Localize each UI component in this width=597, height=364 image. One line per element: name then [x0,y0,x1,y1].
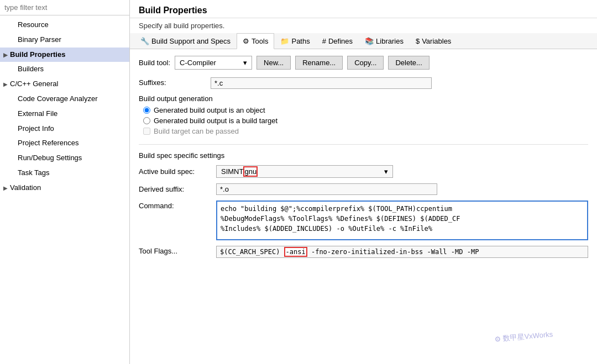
sidebar-item-binary-parser[interactable]: Binary Parser [0,33,129,48]
build-tool-value: C-Compiler [180,59,216,67]
spec-section-title: Build spec specific settings [139,151,588,160]
tab-libraries[interactable]: 📚Libraries [359,33,410,49]
sidebar-item-label: Builders [18,65,44,73]
sidebar-item-label: Validation [10,183,41,192]
btn-rename-[interactable]: Rename... [295,56,343,70]
active-build-spec-select[interactable]: SIMNTgnu ▾ [216,165,393,178]
sidebar-item-label: Code Coverage Analyzer [18,94,98,103]
derived-suffix-label: Derived suffix: [139,185,216,193]
sidebar-item-label: Project Info [18,124,54,133]
checkbox-target-passed[interactable] [143,128,150,135]
build-tool-label: Build tool: [139,59,170,67]
sidebar-item-c/c++-general[interactable]: ▶C/C++ General [0,77,129,92]
spec-section: Build spec specific settings Active buil… [139,144,588,258]
tab-label: Variables [422,37,451,45]
sidebar-item-builders[interactable]: Builders [0,62,129,77]
active-build-spec-label: Active build spec: [139,167,216,176]
tab-label: Libraries [376,37,404,45]
command-label: Command: [139,202,216,210]
sidebar-item-run/debug-settings[interactable]: Run/Debug Settings [0,151,129,166]
radio-row-target: Generated build output is a build target [143,117,588,125]
btn-delete-[interactable]: Delete... [388,56,429,70]
radio-object-label: Generated build output is an object [154,106,265,114]
suffixes-row: Suffixes: [139,77,588,89]
suffixes-input[interactable] [211,77,432,89]
command-row: Command: 🔒 [139,201,588,240]
build-output-title: Build output generation [139,94,588,103]
chevron-down-icon-spec: ▾ [384,167,388,176]
tool-flags-prefix: $(CC_ARCH_SPEC) [220,248,284,256]
tool-flags-value: $(CC_ARCH_SPEC) -ansi -fno-zero-initiali… [216,246,588,258]
derived-suffix-input[interactable] [216,183,437,195]
checkbox-row: Build target can be passed [143,127,588,135]
sidebar-item-project-info[interactable]: Project Info [0,122,129,136]
command-label-wrap: Command: 🔒 [139,201,216,210]
content-area: Build tool: C-Compiler ▾ New...Rename...… [130,49,597,364]
sidebar-item-label: Resource [18,20,49,29]
arrow-icon: ▶ [3,51,10,60]
sidebar-item-label: External File [18,109,57,118]
tab-label: Paths [291,37,310,45]
sidebar-item-label: Binary Parser [18,35,61,44]
tab-label: Tools [252,37,268,45]
tab-icon: 🔧 [140,37,149,45]
main-panel: Build Properties Specify all build prope… [130,0,597,364]
tab-tools[interactable]: ⚙Tools [237,33,274,49]
sidebar: ResourceBinary Parser▶Build PropertiesBu… [0,0,130,364]
tool-flags-label-wrap: Tool Flags... 🔒 [139,246,216,255]
tree: ResourceBinary Parser▶Build PropertiesBu… [0,15,129,364]
radio-target-label: Generated build output is a build target [154,117,277,125]
tab-defines[interactable]: #Defines [316,33,359,49]
btn-copy-[interactable]: Copy... [347,56,384,70]
sidebar-item-resource[interactable]: Resource [0,18,129,33]
derived-suffix-row: Derived suffix: [139,183,588,195]
build-tool-row: Build tool: C-Compiler ▾ New...Rename...… [139,56,588,70]
tab-variables[interactable]: $Variables [410,33,457,49]
tab-label: Defines [328,37,353,45]
build-tool-select[interactable]: C-Compiler ▾ [175,56,252,70]
chevron-down-icon: ▾ [243,59,247,67]
tool-flags-highlight: -ansi [284,247,307,257]
tab-icon: $ [416,37,420,45]
tab-icon: ⚙ [243,37,249,45]
build-spec-highlight: gnu [243,166,258,177]
filter-input[interactable] [0,0,129,15]
sidebar-item-label: C/C++ General [10,80,58,88]
sidebar-item-validation[interactable]: ▶Validation [0,181,129,196]
sidebar-item-label: Run/Debug Settings [18,154,82,162]
tab-build-support-and-specs[interactable]: 🔧Build Support and Specs [134,33,237,49]
command-textarea[interactable] [216,201,588,240]
tool-flags-suffix: -fno-zero-initialized-in-bss -Wall -MD -… [307,248,479,256]
radio-object[interactable] [143,107,150,114]
checkbox-label: Build target can be passed [154,127,239,135]
sidebar-item-label: Build Properties [10,50,65,59]
build-spec-value: SIMNTgnu [221,167,258,176]
sidebar-item-external-file[interactable]: External File [0,107,129,122]
tab-paths[interactable]: 📁Paths [274,33,316,49]
page-subtitle: Specify all build properties. [130,18,597,33]
tool-flags-row: Tool Flags... 🔒 $(CC_ARCH_SPEC) -ansi -f… [139,246,588,258]
arrow-icon: ▶ [3,184,10,193]
tab-icon: 📚 [365,37,374,45]
radio-group: Generated build output is an object Gene… [143,106,588,135]
sidebar-item-build-properties[interactable]: ▶Build Properties [0,48,129,62]
sidebar-item-project-references[interactable]: Project References [0,136,129,151]
build-spec-prefix: SIMNT [221,167,243,176]
sidebar-item-label: Project References [18,139,79,147]
arrow-icon: ▶ [3,80,10,89]
sidebar-item-task-tags[interactable]: Task Tags [0,166,129,181]
tool-flags-label: Tool Flags... [139,247,216,255]
tab-icon: # [322,37,326,45]
radio-target[interactable] [143,117,150,124]
build-output-section: Build output generation Generated build … [139,94,588,135]
active-build-spec-row: Active build spec: SIMNTgnu ▾ [139,165,588,178]
tabs-bar: 🔧Build Support and Specs⚙Tools📁Paths#Def… [130,33,597,49]
btn-new-[interactable]: New... [256,56,291,70]
page-title: Build Properties [130,0,597,18]
sidebar-item-code-coverage-analyzer[interactable]: Code Coverage Analyzer [0,92,129,107]
suffixes-label: Suffixes: [139,77,211,87]
radio-row-object: Generated build output is an object [143,106,588,114]
sidebar-item-label: Task Tags [18,168,50,177]
tab-label: Build Support and Specs [151,37,231,45]
tab-icon: 📁 [280,37,289,45]
